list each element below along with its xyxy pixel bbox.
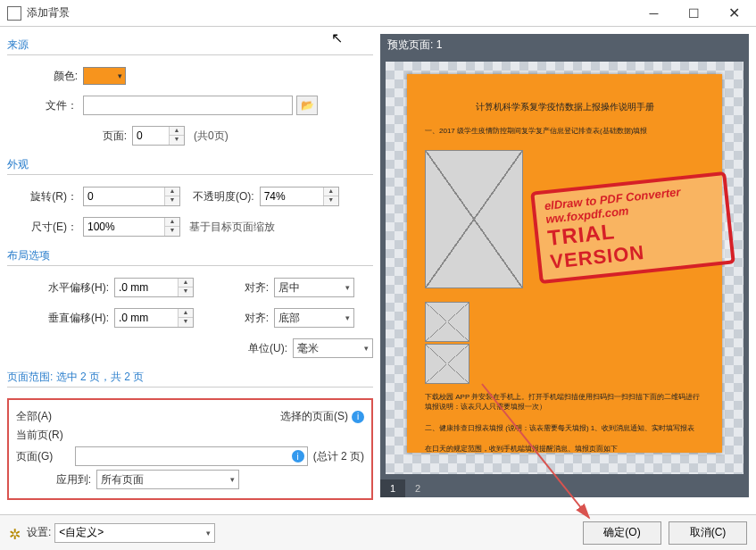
spin-down-icon[interactable]: ▼ bbox=[165, 196, 179, 205]
spin-up-icon[interactable]: ▲ bbox=[179, 279, 193, 288]
chevron-down-icon: ▾ bbox=[230, 475, 235, 484]
page-tab-2[interactable]: 2 bbox=[405, 479, 430, 497]
apply-select[interactable]: 所有页面▾ bbox=[96, 470, 239, 489]
settings-select[interactable]: <自定义>▾ bbox=[54, 523, 215, 543]
ok-button[interactable]: 确定(O) bbox=[583, 521, 661, 545]
hoff-input[interactable] bbox=[115, 279, 178, 296]
range-header: 页面范围: 选中 2 页，共 2 页 bbox=[7, 366, 373, 388]
rotate-label: 旋转(R)： bbox=[7, 189, 83, 204]
spin-down-icon[interactable]: ▼ bbox=[179, 288, 193, 296]
page-total: (共0页) bbox=[194, 129, 228, 144]
browse-button[interactable]: 📂 bbox=[296, 96, 318, 115]
range-frame: 全部(A) 选择的页面(S) i 当前页(R) 页面(G) i (总计 2 页)… bbox=[7, 398, 373, 500]
scale-note: 基于目标页面缩放 bbox=[189, 220, 275, 235]
rotate-input[interactable] bbox=[84, 188, 164, 205]
window-title: 添加背景 bbox=[27, 5, 634, 21]
hoff-spinner[interactable]: ▲▼ bbox=[114, 278, 194, 297]
page-tabs: 1 2 bbox=[380, 479, 749, 497]
doc-title: 计算机科学系复学疫情数据上报操作说明手册 bbox=[425, 101, 704, 113]
voff-label: 垂直偏移(H): bbox=[7, 311, 114, 326]
file-label: 文件： bbox=[7, 98, 83, 113]
apply-label: 应用到: bbox=[16, 472, 96, 488]
opacity-label: 不透明度(O): bbox=[193, 189, 260, 204]
valign-select[interactable]: 底部▾ bbox=[274, 308, 354, 328]
info-icon[interactable]: i bbox=[352, 411, 364, 423]
titlebar: 添加背景 ─ ☐ ✕ bbox=[0, 0, 756, 27]
valign-label: 对齐: bbox=[220, 311, 274, 326]
file-input[interactable] bbox=[83, 96, 293, 115]
page-label: 页面: bbox=[7, 129, 132, 144]
range-current[interactable]: 当前页(R) bbox=[16, 428, 63, 443]
doc-line: 二、健康排查日报表填报 (说明：该表需要每天填报) 1、收到消息通知、实时填写报… bbox=[425, 423, 704, 433]
range-all[interactable]: 全部(A) bbox=[16, 409, 52, 424]
chevron-down-icon: ▾ bbox=[118, 71, 122, 80]
unit-label: 单位(U): bbox=[239, 341, 293, 356]
opacity-input[interactable] bbox=[261, 188, 323, 205]
spin-down-icon[interactable]: ▼ bbox=[324, 196, 338, 205]
voff-input[interactable] bbox=[115, 309, 178, 327]
scale-input[interactable] bbox=[84, 218, 164, 236]
settings-label: 设置: bbox=[27, 525, 51, 540]
doc-line: 下载校园 APP 并安装在手机上。打开手机端扫描使用扫码扫一扫扫描下面的二维码进… bbox=[425, 392, 704, 412]
source-header: 来源 bbox=[7, 34, 373, 55]
hoff-label: 水平偏移(H): bbox=[7, 280, 114, 296]
color-label: 颜色: bbox=[7, 69, 83, 84]
spin-up-icon[interactable]: ▲ bbox=[170, 127, 184, 136]
halign-select[interactable]: 居中▾ bbox=[274, 278, 354, 297]
halign-label: 对齐: bbox=[220, 280, 274, 296]
chevron-down-icon: ▾ bbox=[364, 344, 369, 353]
spin-down-icon[interactable]: ▼ bbox=[170, 136, 184, 145]
watermark-stamp: elDraw to PDF Converter ww.foxpdf.com TR… bbox=[530, 171, 735, 284]
chevron-down-icon: ▾ bbox=[206, 529, 211, 538]
minimize-button[interactable]: ─ bbox=[634, 1, 674, 26]
range-pages-label[interactable]: 页面(G) bbox=[16, 449, 70, 464]
left-panel: 来源 颜色: ▾ 文件： 📂 页面: ▲▼ (共0页) 外观 旋转(R)： ▲▼… bbox=[7, 34, 373, 497]
spin-up-icon[interactable]: ▲ bbox=[179, 309, 193, 318]
bottom-bar: ✲ 设置: <自定义>▾ 确定(O) 取消(C) bbox=[0, 514, 756, 550]
preview-page: 计算机科学系复学疫情数据上报操作说明手册 一、2017 级学生疫情防控期间复学复… bbox=[407, 74, 722, 453]
page-spinner-input[interactable] bbox=[133, 127, 169, 145]
range-selected[interactable]: 选择的页面(S) bbox=[280, 409, 348, 424]
spin-up-icon[interactable]: ▲ bbox=[165, 218, 179, 227]
close-button[interactable]: ✕ bbox=[714, 1, 754, 26]
scale-label: 尺寸(E)： bbox=[7, 220, 83, 235]
rotate-spinner[interactable]: ▲▼ bbox=[83, 187, 180, 206]
range-pages-total: (总计 2 页) bbox=[313, 449, 364, 464]
chevron-down-icon: ▾ bbox=[345, 283, 350, 292]
preview-panel: 预览页面: 1 计算机科学系复学疫情数据上报操作说明手册 一、2017 级学生疫… bbox=[380, 34, 749, 497]
opacity-spinner[interactable]: ▲▼ bbox=[260, 187, 339, 206]
color-picker[interactable]: ▾ bbox=[83, 67, 126, 85]
voff-spinner[interactable]: ▲▼ bbox=[114, 308, 194, 328]
appearance-header: 外观 bbox=[7, 154, 373, 175]
cancel-button[interactable]: 取消(C) bbox=[669, 521, 747, 545]
doc-line: 一、2017 级学生疫情防控期间复学复产信息登记排查表(基础数据)填报 bbox=[425, 126, 704, 136]
app-icon bbox=[7, 6, 21, 21]
spin-down-icon[interactable]: ▼ bbox=[165, 227, 179, 236]
placeholder-box bbox=[425, 150, 523, 288]
spin-down-icon[interactable]: ▼ bbox=[179, 318, 193, 327]
preview-header: 预览页面: 1 bbox=[380, 34, 749, 56]
range-pages-input[interactable] bbox=[75, 446, 308, 466]
preview-body: 计算机科学系复学疫情数据上报操作说明手册 一、2017 级学生疫情防控期间复学复… bbox=[380, 56, 749, 479]
unit-select[interactable]: 毫米▾ bbox=[293, 338, 373, 358]
scale-spinner[interactable]: ▲▼ bbox=[83, 217, 180, 237]
page-spinner[interactable]: ▲▼ bbox=[132, 126, 185, 146]
chevron-down-icon: ▾ bbox=[345, 313, 350, 322]
maximize-button[interactable]: ☐ bbox=[674, 1, 714, 26]
gear-icon[interactable]: ✲ bbox=[9, 526, 23, 540]
page-tab-1[interactable]: 1 bbox=[380, 479, 405, 497]
info-icon[interactable]: i bbox=[292, 450, 304, 462]
folder-icon: 📂 bbox=[301, 99, 314, 112]
layout-header: 布局选项 bbox=[7, 245, 373, 266]
doc-line: 在日天的规定范围，收到手机端填报提醒消息、填报页面如下 bbox=[425, 444, 704, 454]
spin-up-icon[interactable]: ▲ bbox=[324, 188, 338, 196]
spin-up-icon[interactable]: ▲ bbox=[165, 188, 179, 196]
placeholder-box bbox=[425, 344, 469, 384]
placeholder-box bbox=[425, 302, 469, 342]
